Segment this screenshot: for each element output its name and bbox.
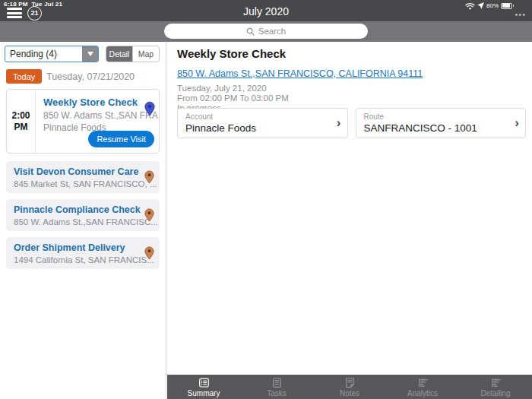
tab-notes[interactable]: Notes — [313, 375, 386, 399]
tab-analytics[interactable]: Analytics — [386, 375, 459, 399]
visit-time: 2:00 PM — [7, 90, 36, 153]
detail-view-button[interactable]: Detail — [106, 46, 132, 62]
search-icon — [246, 27, 255, 36]
visit-address-link[interactable]: 850 W. Adams St.,SAN FRANCISCO, CALIFORN… — [177, 68, 524, 79]
search-input[interactable]: Search — [164, 24, 368, 39]
visit-detail-title: Weekly Store Check — [177, 47, 524, 60]
view-toggle: Detail Map — [106, 46, 160, 62]
chevron-right-icon: › — [515, 116, 519, 131]
visit-list-item[interactable]: Order Shipment Delivery 1494 California … — [6, 237, 160, 269]
search-placeholder: Search — [258, 27, 286, 36]
field-label: Route — [364, 112, 508, 121]
bottom-tab-bar: Summary Tasks Notes Analytics — [167, 375, 532, 399]
visit-title: Visit Devon Consumer Care — [14, 166, 140, 177]
battery-icon — [501, 3, 514, 9]
status-filter-dropdown[interactable]: Pending (4) — [5, 46, 99, 62]
dropdown-caret-icon — [82, 46, 98, 62]
visit-address: 845 Market St, SAN FRANCISCO, ... — [14, 179, 140, 188]
chevron-right-icon: › — [337, 116, 341, 131]
map-pin-icon-pending — [144, 208, 154, 222]
tab-label: Notes — [340, 389, 359, 397]
visit-title: Order Shipment Delivery — [14, 242, 140, 253]
wifi-icon — [465, 2, 475, 10]
field-value: Pinnacle Foods — [185, 122, 329, 134]
tab-detailing[interactable]: Detailing — [459, 375, 532, 399]
visit-list-item[interactable]: Pinnacle Compliance Check 850 W. Adams S… — [6, 199, 160, 231]
top-nav-bar: 6:18 PM Tue Jul 21 21 July 2020 80% ••• — [0, 0, 532, 21]
visit-detail-header: Weekly Store Check 850 W. Adams St.,SAN … — [167, 42, 532, 113]
field-value: SANFRANCISCO - 1001 — [364, 122, 508, 134]
account-field[interactable]: Account Pinnacle Foods › — [177, 108, 348, 138]
field-label: Account — [185, 112, 329, 121]
resume-visit-button[interactable]: Resume Visit — [88, 131, 154, 147]
notes-icon — [344, 377, 356, 388]
tasks-icon — [271, 377, 283, 388]
visit-address: 850 W. Adams St.,SAN FRA... — [43, 110, 153, 121]
visit-detail-panel: Weekly Store Check 850 W. Adams St.,SAN … — [167, 42, 532, 399]
tab-label: Detailing — [481, 389, 511, 397]
tab-label: Tasks — [267, 389, 287, 397]
location-arrow-icon — [477, 2, 484, 9]
active-visit-card[interactable]: 2:00 PM Weekly Store Check 850 W. Adams … — [6, 89, 160, 154]
visit-card-body: Weekly Store Check 850 W. Adams St.,SAN … — [36, 90, 159, 153]
status-icons: 80% — [465, 2, 514, 10]
map-view-button[interactable]: Map — [132, 46, 159, 62]
detail-fields-row: Account Pinnacle Foods › Route SANFRANCI… — [177, 108, 526, 138]
map-pin-icon-pending — [144, 246, 154, 260]
visit-detail-date: Tuesday, July 21, 2020 — [177, 84, 524, 93]
visit-list-item[interactable]: Visit Devon Consumer Care 845 Market St,… — [6, 161, 160, 193]
today-row: Today Tuesday, 07/21/2020 — [0, 69, 166, 84]
map-pin-icon-active — [144, 101, 155, 116]
visit-list-panel: Pending (4) Detail Map Today Tuesday, 07… — [0, 42, 166, 399]
map-pin-icon-pending — [144, 170, 154, 184]
status-filter-value: Pending (4) — [5, 46, 82, 62]
route-field[interactable]: Route SANFRANCISCO - 1001 › — [356, 108, 527, 138]
analytics-icon — [417, 377, 429, 388]
summary-list-icon — [198, 377, 210, 388]
tab-summary[interactable]: Summary — [167, 375, 240, 399]
page-title: July 2020 — [0, 5, 532, 17]
overflow-menu-icon[interactable]: ••• — [515, 10, 526, 19]
tab-label: Analytics — [407, 389, 438, 397]
search-bar-strip: Search — [0, 21, 532, 42]
detailing-icon — [490, 377, 502, 388]
tab-tasks[interactable]: Tasks — [240, 375, 313, 399]
visit-title: Weekly Store Check — [43, 97, 153, 108]
filter-row: Pending (4) Detail Map — [0, 46, 166, 62]
battery-percent: 80% — [486, 2, 499, 9]
selected-date-label: Tuesday, 07/21/2020 — [46, 71, 135, 82]
today-button[interactable]: Today — [6, 69, 42, 84]
visit-address: 850 W. Adams St.,SAN FRANCISC... — [14, 217, 140, 226]
visit-title: Pinnacle Compliance Check — [14, 204, 140, 215]
visit-detail-time-range: From 02:00 PM To 03:00 PM — [177, 93, 524, 103]
visit-address: 1494 California St, SAN FRANCIS... — [14, 255, 140, 264]
tab-label: Summary — [188, 389, 220, 397]
